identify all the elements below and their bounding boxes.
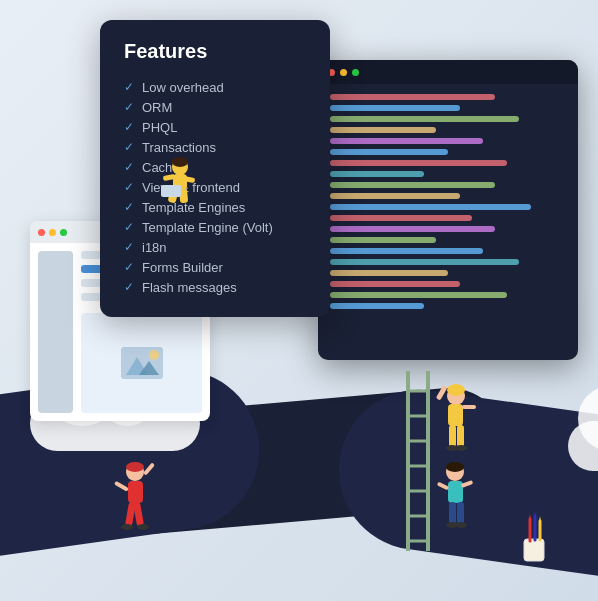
feature-label: Transactions bbox=[142, 140, 216, 155]
person-sitting bbox=[155, 155, 205, 215]
svg-point-38 bbox=[455, 522, 467, 528]
svg-rect-41 bbox=[128, 481, 143, 503]
person-standing bbox=[433, 462, 478, 546]
code-line bbox=[330, 226, 495, 232]
feature-item: ✓PHQL bbox=[124, 117, 306, 137]
check-icon: ✓ bbox=[124, 100, 134, 114]
code-line bbox=[330, 303, 424, 309]
code-line bbox=[330, 292, 507, 298]
main-scene: Features ✓Low overhead✓ORM✓PHQL✓Transact… bbox=[0, 0, 598, 601]
mountain-icon bbox=[121, 347, 163, 379]
check-icon: ✓ bbox=[124, 140, 134, 154]
svg-rect-32 bbox=[448, 481, 463, 503]
svg-rect-34 bbox=[461, 480, 474, 488]
feature-item: ✓i18n bbox=[124, 237, 306, 257]
code-line bbox=[330, 138, 483, 144]
svg-rect-24 bbox=[436, 385, 448, 400]
feature-item: ✓Flash messages bbox=[124, 277, 306, 297]
dot-green bbox=[60, 229, 67, 236]
feature-label: i18n bbox=[142, 240, 167, 255]
svg-marker-52 bbox=[529, 514, 531, 519]
code-dot-yellow bbox=[340, 69, 347, 76]
check-icon: ✓ bbox=[124, 120, 134, 134]
browser-image-area bbox=[81, 313, 202, 413]
check-icon: ✓ bbox=[124, 180, 134, 194]
feature-label: PHQL bbox=[142, 120, 177, 135]
features-card: Features ✓Low overhead✓ORM✓PHQL✓Transact… bbox=[100, 20, 330, 317]
code-line bbox=[330, 127, 436, 133]
svg-rect-26 bbox=[449, 425, 456, 447]
svg-rect-48 bbox=[524, 539, 544, 561]
code-line bbox=[330, 259, 519, 265]
svg-rect-36 bbox=[457, 502, 464, 524]
svg-point-46 bbox=[121, 524, 133, 530]
svg-point-22 bbox=[447, 384, 465, 396]
check-icon: ✓ bbox=[124, 220, 134, 234]
feature-item: ✓Template Engine (Volt) bbox=[124, 217, 306, 237]
svg-rect-33 bbox=[437, 482, 450, 491]
code-line bbox=[330, 193, 460, 199]
feature-item: ✓ORM bbox=[124, 97, 306, 117]
code-line bbox=[330, 116, 519, 122]
check-icon: ✓ bbox=[124, 80, 134, 94]
code-line bbox=[330, 182, 495, 188]
code-line bbox=[330, 215, 472, 221]
feature-item: ✓Low overhead bbox=[124, 77, 306, 97]
code-editor-toolbar bbox=[318, 60, 578, 84]
svg-rect-35 bbox=[449, 502, 456, 524]
code-line bbox=[330, 94, 495, 100]
feature-item: ✓Cache bbox=[124, 157, 306, 177]
svg-point-31 bbox=[446, 462, 464, 472]
svg-point-29 bbox=[455, 445, 467, 451]
svg-rect-11 bbox=[161, 185, 181, 197]
code-line bbox=[330, 149, 448, 155]
features-list: ✓Low overhead✓ORM✓PHQL✓Transactions✓Cach… bbox=[124, 77, 306, 297]
code-line bbox=[330, 248, 483, 254]
check-icon: ✓ bbox=[124, 160, 134, 174]
svg-rect-25 bbox=[462, 405, 476, 409]
svg-rect-27 bbox=[457, 425, 464, 447]
pen-holder bbox=[518, 511, 548, 561]
feature-item: ✓Template Engines bbox=[124, 197, 306, 217]
svg-point-3 bbox=[149, 350, 159, 360]
check-icon: ✓ bbox=[124, 240, 134, 254]
feature-item: ✓Transactions bbox=[124, 137, 306, 157]
feature-label: Template Engine (Volt) bbox=[142, 220, 273, 235]
svg-rect-45 bbox=[133, 501, 144, 526]
svg-rect-42 bbox=[143, 462, 155, 475]
features-title: Features bbox=[124, 40, 306, 63]
code-content-area bbox=[318, 84, 578, 319]
code-dot-green bbox=[352, 69, 359, 76]
svg-rect-23 bbox=[448, 404, 463, 426]
feature-label: Flash messages bbox=[142, 280, 237, 295]
person-red bbox=[110, 462, 160, 551]
code-line bbox=[330, 281, 460, 287]
svg-marker-54 bbox=[539, 516, 541, 521]
svg-point-40 bbox=[126, 462, 144, 472]
code-line bbox=[330, 204, 531, 210]
check-icon: ✓ bbox=[124, 280, 134, 294]
feature-label: ORM bbox=[142, 100, 172, 115]
browser-sidebar bbox=[38, 251, 73, 413]
feature-item: ✓Forms Builder bbox=[124, 257, 306, 277]
dot-yellow bbox=[49, 229, 56, 236]
svg-marker-53 bbox=[534, 511, 536, 516]
svg-point-47 bbox=[137, 524, 149, 530]
check-icon: ✓ bbox=[124, 260, 134, 274]
code-line bbox=[330, 105, 460, 111]
feature-label: Forms Builder bbox=[142, 260, 223, 275]
code-line bbox=[330, 270, 448, 276]
dot-red bbox=[38, 229, 45, 236]
svg-point-5 bbox=[172, 157, 188, 167]
feature-item: ✓Views & frontend bbox=[124, 177, 306, 197]
svg-rect-43 bbox=[114, 481, 129, 492]
code-editor-window bbox=[318, 60, 578, 360]
code-line bbox=[330, 160, 507, 166]
check-icon: ✓ bbox=[124, 200, 134, 214]
code-line bbox=[330, 237, 436, 243]
code-line bbox=[330, 171, 424, 177]
feature-label: Low overhead bbox=[142, 80, 224, 95]
